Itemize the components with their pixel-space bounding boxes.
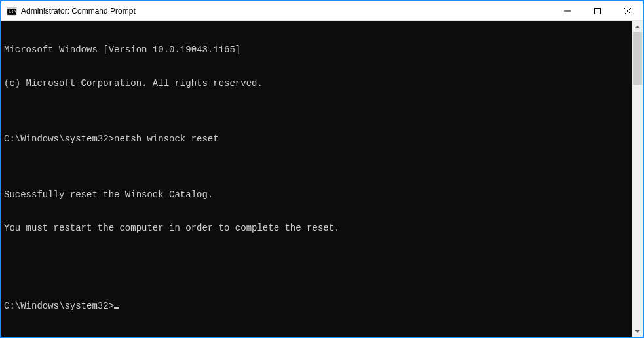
cursor-icon (114, 307, 119, 309)
terminal-area: Microsoft Windows [Version 10.0.19043.11… (1, 21, 643, 337)
scroll-down-button[interactable] (632, 326, 643, 337)
minimize-button[interactable] (552, 1, 582, 20)
svg-rect-4 (595, 8, 601, 14)
window-title: Administrator: Command Prompt (21, 7, 552, 16)
titlebar[interactable]: C:\ Administrator: Command Prompt (1, 1, 643, 21)
app-icon: C:\ (7, 6, 17, 16)
scroll-up-button[interactable] (632, 21, 643, 32)
terminal-prompt: C:\Windows\system32> (4, 301, 114, 312)
svg-marker-8 (635, 330, 640, 333)
svg-marker-7 (635, 26, 640, 28)
terminal-line: (c) Microsoft Corporation. All rights re… (4, 78, 629, 89)
terminal-line: You must restart the computer in order t… (4, 223, 629, 234)
terminal-output[interactable]: Microsoft Windows [Version 10.0.19043.11… (1, 21, 632, 337)
vertical-scrollbar[interactable] (632, 21, 643, 337)
scroll-track[interactable] (632, 32, 643, 326)
command-prompt-window: C:\ Administrator: Command Prompt Micros… (1, 1, 643, 337)
terminal-prompt-line: C:\Windows\system32> (4, 301, 629, 312)
terminal-line: C:\Windows\system32>netsh winsock reset (4, 134, 629, 145)
scroll-thumb[interactable] (633, 32, 642, 84)
maximize-button[interactable] (582, 1, 613, 20)
terminal-line: Sucessfully reset the Winsock Catalog. (4, 189, 629, 200)
terminal-line: Microsoft Windows [Version 10.0.19043.11… (4, 45, 629, 56)
window-controls (552, 1, 643, 20)
svg-text:C:\: C:\ (9, 9, 17, 14)
close-button[interactable] (613, 1, 643, 20)
